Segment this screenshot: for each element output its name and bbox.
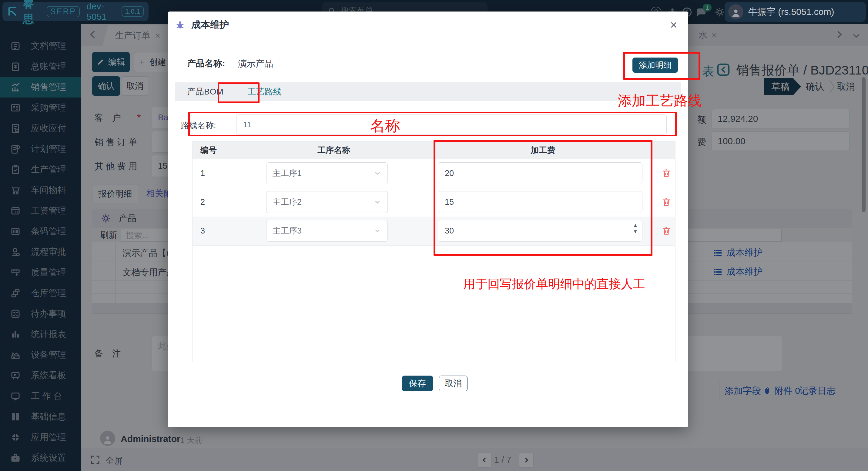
environment-label: dev-5051 (86, 1, 117, 22)
seq-header: 编号 (200, 141, 217, 159)
modal-cancel-button[interactable]: 取消 (439, 376, 467, 391)
process-select[interactable]: 主工序2 (266, 191, 388, 213)
annotation-note: 用于回写报价单明细中的直接人工 (463, 276, 645, 292)
chevron-down-icon (373, 227, 381, 235)
user-name: 牛振宇 (rs.5051.com) (748, 6, 834, 18)
product-name-value: 演示产品 (238, 58, 273, 70)
logo-icon (7, 5, 18, 18)
logo-area[interactable]: 睿思 SERP dev-5051 1.0.1 (2, 2, 149, 21)
process-name-header: 工序名称 (234, 141, 434, 159)
annotation-box-add-detail (623, 52, 700, 80)
logo-text-serp: SERP (47, 6, 80, 17)
trash-icon[interactable] (661, 197, 672, 207)
avatar (728, 4, 743, 20)
process-select[interactable]: 主工序1 (266, 162, 388, 184)
annotation-add-route: 添加工艺路线 (618, 92, 702, 110)
chevron-down-icon (373, 169, 381, 177)
app-window: 搜索菜单 ? 1 睿思 SERP dev-5051 1.0.1 牛振宇 (rs.… (0, 0, 868, 471)
modal-header: 成本维护 (168, 11, 688, 38)
close-icon[interactable]: × (667, 18, 680, 32)
annotation-box-route-name (188, 112, 677, 136)
annotation-box-route-tab (218, 82, 259, 103)
annotation-box-fee-column (434, 140, 652, 256)
row-seq: 1 (200, 159, 205, 188)
annotation-name: 名称 (370, 116, 400, 136)
save-button[interactable]: 保存 (402, 376, 433, 391)
version-badge: 1.0.1 (122, 6, 144, 16)
logo-text-cn: 睿思 (23, 0, 41, 27)
modal-title: 成本维护 (191, 19, 229, 31)
product-name-label: 产品名称: (187, 58, 225, 70)
row-seq: 2 (200, 188, 205, 216)
chevron-down-icon (373, 198, 381, 206)
row-seq: 3 (200, 216, 205, 245)
bug-icon (175, 20, 185, 30)
user-menu[interactable]: 牛振宇 (rs.5051.com) (724, 2, 866, 22)
process-select[interactable]: 主工序3 (266, 220, 388, 242)
trash-icon[interactable] (661, 226, 672, 236)
trash-icon[interactable] (661, 168, 672, 178)
